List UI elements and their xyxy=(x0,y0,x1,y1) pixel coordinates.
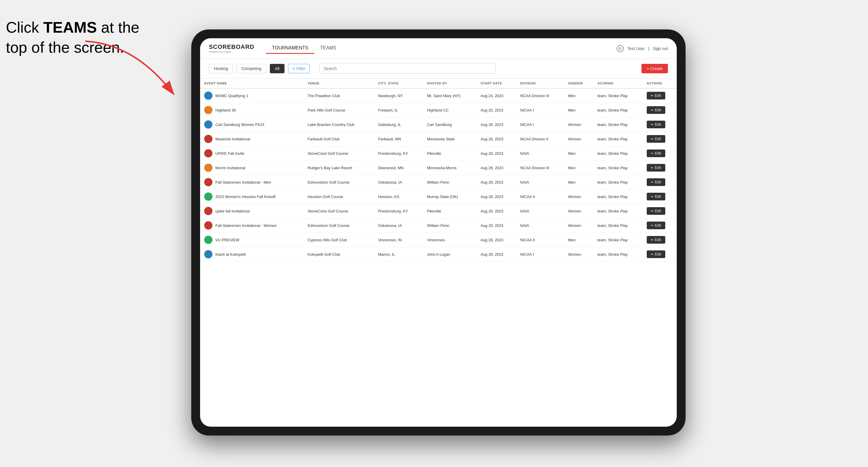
edit-button-3[interactable]: Edit xyxy=(647,135,665,143)
gender-cell-11: Women xyxy=(564,247,593,261)
city-state-cell-0: Newburgh, NY xyxy=(374,88,423,103)
actions-cell-5: Edit xyxy=(643,161,677,175)
team-logo-4 xyxy=(204,149,212,157)
actions-cell-8: Edit xyxy=(643,204,677,218)
start-date-cell-1: Aug 25, 2023 xyxy=(476,103,516,117)
start-date-cell-9: Aug 28, 2023 xyxy=(476,218,516,233)
event-name-cell-1: Highland 36 xyxy=(200,103,304,117)
start-date-cell-10: Aug 28, 2023 xyxy=(476,233,516,247)
start-date-cell-6: Aug 28, 2023 xyxy=(476,175,516,189)
division-cell-2: NICAA I xyxy=(516,117,564,132)
division-cell-7: NICAA II xyxy=(516,189,564,204)
edit-button-5[interactable]: Edit xyxy=(647,164,665,172)
edit-button-10[interactable]: Edit xyxy=(647,236,665,244)
hosted-by-cell-11: John A Logan xyxy=(423,247,476,261)
gender-cell-8: Women xyxy=(564,204,593,218)
col-scoring: SCORING xyxy=(593,79,643,88)
event-name-5: Morris Invitational xyxy=(215,166,245,170)
event-name-10: VU PREVIEW xyxy=(215,238,240,242)
table-row: MSMC Qualifying 1 The Powelton Club Newb… xyxy=(200,88,677,103)
scoring-cell-4: team, Stroke Play xyxy=(593,146,643,161)
gender-cell-6: Men xyxy=(564,175,593,189)
edit-button-7[interactable]: Edit xyxy=(647,193,665,200)
edit-button-11[interactable]: Edit xyxy=(647,250,665,258)
event-name-cell-6: Fall Statesmen Invitational - Men xyxy=(200,175,304,189)
tournament-table: EVENT NAME VENUE CITY, STATE HOSTED BY S… xyxy=(200,79,677,427)
gender-cell-3: Women xyxy=(564,132,593,146)
actions-cell-4: Edit xyxy=(643,146,677,161)
event-name-cell-11: Klash at Kokopelli xyxy=(200,247,304,261)
hosted-by-cell-9: William Penn xyxy=(423,218,476,233)
event-name-3: Maverick Invitational xyxy=(215,137,250,141)
logo-text: SCOREBOARD xyxy=(209,43,254,50)
city-state-cell-1: Freeport, IL xyxy=(374,103,423,117)
table-row: VU PREVIEW Cypress Hills Golf Club Vince… xyxy=(200,233,677,247)
instruction-text: Click TEAMS at thetop of the screen. xyxy=(6,18,140,57)
col-gender: GENDER xyxy=(564,79,593,88)
division-cell-3: NCAA Division II xyxy=(516,132,564,146)
table-row: Fall Statesmen Invitational - Women Edmu… xyxy=(200,218,677,233)
scoring-cell-7: team, Stroke Play xyxy=(593,189,643,204)
edit-button-8[interactable]: Edit xyxy=(647,207,665,215)
edit-button-4[interactable]: Edit xyxy=(647,150,665,157)
team-logo-6 xyxy=(204,178,212,186)
actions-cell-7: Edit xyxy=(643,189,677,204)
start-date-cell-7: Aug 28, 2023 xyxy=(476,189,516,204)
instruction-highlight: TEAMS xyxy=(43,19,97,36)
actions-cell-11: Edit xyxy=(643,247,677,261)
tab-tournaments[interactable]: TOURNAMENTS xyxy=(266,43,314,54)
division-cell-4: NAIA xyxy=(516,146,564,161)
scoring-cell-10: team, Stroke Play xyxy=(593,233,643,247)
city-state-cell-5: Deerwood, MN xyxy=(374,161,423,175)
hosted-by-cell-4: Pikeville xyxy=(423,146,476,161)
actions-cell-6: Edit xyxy=(643,175,677,189)
logo-sub: Powered by Clippit xyxy=(209,50,254,53)
edit-button-6[interactable]: Edit xyxy=(647,178,665,186)
start-date-cell-4: Aug 28, 2023 xyxy=(476,146,516,161)
venue-cell-8: StoneCrest Golf Course xyxy=(304,204,374,218)
competing-button[interactable]: Competing xyxy=(236,64,266,73)
gender-cell-10: Men xyxy=(564,233,593,247)
actions-cell-1: Edit xyxy=(643,103,677,117)
toolbar: Hosting Competing All ≡ Filter + Create xyxy=(200,59,677,79)
division-cell-8: NAIA xyxy=(516,204,564,218)
hosted-by-cell-3: Minnesota State xyxy=(423,132,476,146)
edit-button-2[interactable]: Edit xyxy=(647,121,665,128)
edit-button-0[interactable]: Edit xyxy=(647,92,665,99)
col-division: DIVISION xyxy=(516,79,564,88)
edit-button-9[interactable]: Edit xyxy=(647,222,665,229)
actions-cell-9: Edit xyxy=(643,218,677,233)
venue-cell-3: Faribault Golf Club xyxy=(304,132,374,146)
scoring-cell-6: team, Stroke Play xyxy=(593,175,643,189)
edit-button-1[interactable]: Edit xyxy=(647,106,665,114)
hosted-by-cell-0: Mt. Saint Mary (NY) xyxy=(423,88,476,103)
event-name-cell-3: Maverick Invitational xyxy=(200,132,304,146)
scoring-cell-5: team, Stroke Play xyxy=(593,161,643,175)
sign-out-link[interactable]: Sign out xyxy=(653,46,668,51)
hosted-by-cell-1: Highland CC xyxy=(423,103,476,117)
col-start-date: START DATE xyxy=(476,79,516,88)
search-input[interactable] xyxy=(319,64,496,73)
tab-teams[interactable]: TEAMS xyxy=(314,43,342,54)
hosted-by-cell-7: Murray State (OK) xyxy=(423,189,476,204)
team-logo-10 xyxy=(204,236,212,244)
app-header: SCOREBOARD Powered by Clippit TOURNAMENT… xyxy=(200,38,677,59)
filter-label: Filter xyxy=(296,66,305,71)
hosting-button[interactable]: Hosting xyxy=(209,64,233,73)
hosted-by-cell-5: Minnesota-Morris xyxy=(423,161,476,175)
gender-cell-4: Men xyxy=(564,146,593,161)
city-state-cell-4: Prestonsburg, KY xyxy=(374,146,423,161)
filter-button[interactable]: ≡ Filter xyxy=(288,64,310,73)
table-row: 2023 Women's Hesston Fall Kickoff Hessto… xyxy=(200,189,677,204)
start-date-cell-5: Aug 28, 2023 xyxy=(476,161,516,175)
city-state-cell-11: Marion, IL xyxy=(374,247,423,261)
event-name-cell-0: MSMC Qualifying 1 xyxy=(200,88,304,103)
city-state-cell-2: Galesburg, IL xyxy=(374,117,423,132)
event-name-cell-5: Morris Invitational xyxy=(200,161,304,175)
division-cell-1: NICAA I xyxy=(516,103,564,117)
venue-cell-2: Lake Bracken Country Club xyxy=(304,117,374,132)
create-button[interactable]: + Create xyxy=(642,64,668,73)
all-button[interactable]: All xyxy=(270,64,284,73)
venue-cell-9: Edmundson Golf Course xyxy=(304,218,374,233)
settings-icon[interactable]: ⚙ xyxy=(617,45,624,52)
